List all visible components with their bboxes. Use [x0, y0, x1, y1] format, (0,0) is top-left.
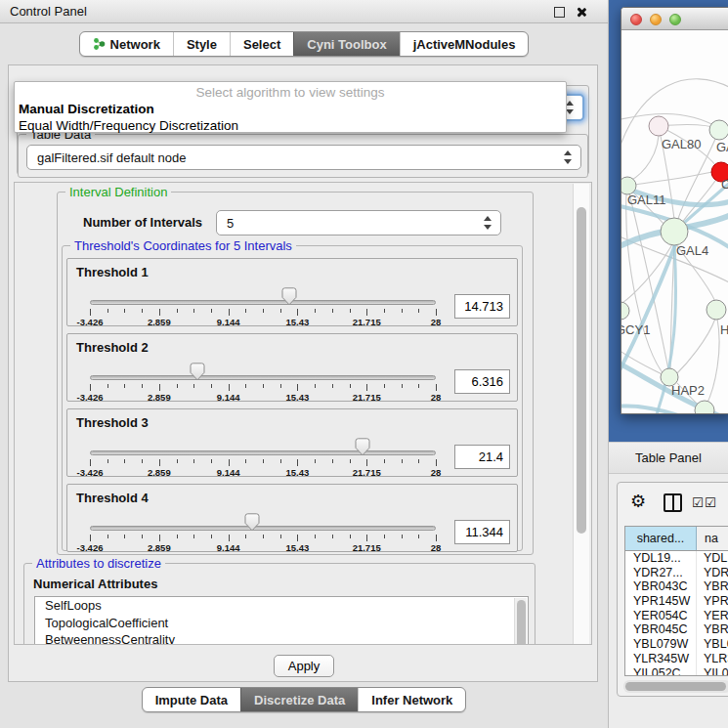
network-node[interactable]: [709, 120, 728, 140]
network-node-label: GCY1: [621, 322, 650, 337]
tick-label: 2.859: [148, 317, 171, 327]
scrollbar-thumb[interactable]: [577, 207, 586, 534]
column-header-shared-name[interactable]: shared...: [625, 527, 697, 550]
menu-item-manual-discretization[interactable]: Manual Discretization: [15, 101, 566, 117]
thresholds-group-title: Threshold's Coordinates for 5 Intervals: [70, 238, 296, 253]
threshold-slider[interactable]: -3.4262.8599.14415.4321.71528: [90, 259, 436, 327]
attribute-list-item[interactable]: TopologicalCoefficient: [35, 615, 528, 632]
thresholds-group: Threshold's Coordinates for 5 Intervals …: [62, 245, 523, 551]
slider-thumb-icon[interactable]: [355, 438, 370, 456]
number-of-intervals-value: 5: [227, 216, 234, 231]
checkbox-icons[interactable]: ☑☑: [692, 494, 717, 510]
slider-ticks: [90, 309, 436, 317]
network-canvas-svg: GAL80GACGAL11GAL4GCY1HHAP2: [621, 30, 728, 414]
tick-label: 15.43: [286, 542, 310, 553]
network-view-window[interactable]: GAL80GACGAL11GAL4GCY1HHAP2: [621, 7, 728, 414]
table-row[interactable]: YLR345WYLR3: [625, 652, 728, 666]
network-node-label: C: [721, 177, 728, 192]
table-row[interactable]: YER054CYER0: [625, 609, 728, 623]
network-node[interactable]: [707, 300, 726, 320]
close-traffic-light-icon[interactable]: [630, 14, 642, 25]
scrollbar-thumb[interactable]: [625, 682, 726, 691]
tab-discretize-data[interactable]: Discretize Data: [240, 688, 358, 711]
attributes-group: Attributes to discretize Numerical Attri…: [23, 563, 535, 645]
table-cell: YBR0: [697, 622, 728, 637]
table-cell: YIL0: [697, 666, 728, 677]
control-panel: Control Panel Network Style Select Cyni …: [0, 0, 609, 728]
network-node-label: GAL80: [662, 137, 701, 151]
attributes-group-title: Attributes to discretize: [32, 556, 165, 571]
slider-thumb-icon[interactable]: [190, 363, 205, 381]
gear-icon[interactable]: ⚙: [630, 491, 646, 512]
threshold-value-input[interactable]: [454, 520, 510, 544]
node-table: shared... na YDL19...YDL1YDR27...YDR2YBR…: [624, 526, 728, 676]
minimize-traffic-light-icon[interactable]: [650, 14, 662, 25]
table-cell: YDL1: [697, 551, 728, 566]
table-row[interactable]: YBL079WYBL0: [625, 637, 728, 652]
threshold-value-input[interactable]: [454, 369, 510, 394]
zoom-traffic-light-icon[interactable]: [669, 14, 681, 25]
table-cell: YBL079W: [625, 637, 697, 652]
table-panel-titlebar: Table Panel: [609, 442, 728, 474]
table-cell: YBR043C: [625, 579, 697, 594]
scrollbar-thumb[interactable]: [517, 600, 526, 645]
control-panel-titlebar: Control Panel: [0, 0, 608, 23]
menu-item-equal-width-frequency[interactable]: Equal Width/Frequency Discretization: [15, 117, 566, 134]
tick-label: 9.144: [217, 542, 240, 553]
table-row[interactable]: YDR27...YDR2: [625, 566, 728, 580]
threshold-slider[interactable]: -3.4262.8599.14415.4321.71528: [90, 409, 436, 478]
slider-track[interactable]: [90, 526, 436, 531]
table-row[interactable]: YIL052CYIL0: [625, 666, 728, 677]
columns-icon[interactable]: [664, 493, 682, 512]
threshold-panel: Threshold 1-3.4262.8599.14415.4321.71528: [66, 258, 518, 326]
threshold-value-input[interactable]: [454, 294, 510, 319]
tick-label: 9.144: [217, 392, 240, 403]
threshold-value-input[interactable]: [454, 445, 510, 469]
table-row[interactable]: YBR043CYBR0: [625, 579, 728, 594]
settings-viewport: Interval Definition Number of Intervals …: [14, 182, 592, 645]
network-node[interactable]: [695, 401, 714, 414]
threshold-slider[interactable]: -3.4262.8599.14415.4321.71528: [90, 334, 436, 403]
tab-style[interactable]: Style: [173, 32, 230, 56]
network-node[interactable]: [661, 218, 688, 245]
slider-track[interactable]: [90, 450, 436, 455]
slider-thumb-icon[interactable]: [244, 513, 260, 532]
slider-thumb-icon[interactable]: [281, 287, 297, 306]
table-horizontal-scrollbar[interactable]: [623, 680, 728, 693]
tick-label: 28: [431, 392, 442, 403]
tick-label: 21.715: [353, 392, 381, 403]
tick-label: -3.426: [77, 542, 104, 553]
tab-select[interactable]: Select: [230, 32, 293, 56]
tab-jactivemnodules[interactable]: jActiveMNodules: [400, 32, 529, 56]
tab-network[interactable]: Network: [80, 32, 173, 56]
network-icon: [93, 37, 106, 51]
attribute-list-item[interactable]: SelfLoops: [35, 597, 528, 615]
table-row[interactable]: YDL19...YDL1: [625, 551, 728, 566]
slider-track[interactable]: [90, 300, 436, 305]
tick-label: 2.859: [148, 467, 171, 478]
table-cell: YBR0: [697, 579, 728, 594]
table-row[interactable]: YPR145WYPR1: [625, 594, 728, 609]
attribute-list-item[interactable]: BetweennessCentrality: [35, 631, 528, 645]
table-data-select[interactable]: galFiltered.sif default node: [26, 145, 581, 170]
network-node[interactable]: [621, 302, 629, 320]
network-node[interactable]: [649, 116, 668, 136]
apply-button[interactable]: Apply: [274, 655, 334, 677]
table-row[interactable]: YBR045CYBR0: [625, 622, 728, 637]
tab-infer-network[interactable]: Infer Network: [358, 688, 465, 711]
slider-track[interactable]: [90, 375, 436, 380]
column-header-name[interactable]: na: [697, 527, 728, 550]
tick-label: 2.859: [148, 392, 171, 403]
list-scrollbar[interactable]: [514, 598, 527, 645]
network-node-label: GAL4: [676, 243, 708, 258]
tab-impute-data[interactable]: Impute Data: [143, 688, 240, 711]
table-cell: YLR345W: [625, 652, 697, 666]
tab-cyni-toolbox[interactable]: Cyni Toolbox: [293, 32, 399, 56]
float-window-icon[interactable]: [554, 7, 565, 18]
threshold-slider[interactable]: -3.4262.8599.14415.4321.71528: [90, 485, 436, 553]
slider-ticks: [90, 535, 436, 542]
close-icon[interactable]: [575, 6, 587, 19]
settings-scrollbar[interactable]: [573, 184, 589, 644]
network-canvas[interactable]: GAL80GACGAL11GAL4GCY1HHAP2: [621, 30, 728, 414]
number-of-intervals-select[interactable]: 5: [216, 210, 501, 236]
